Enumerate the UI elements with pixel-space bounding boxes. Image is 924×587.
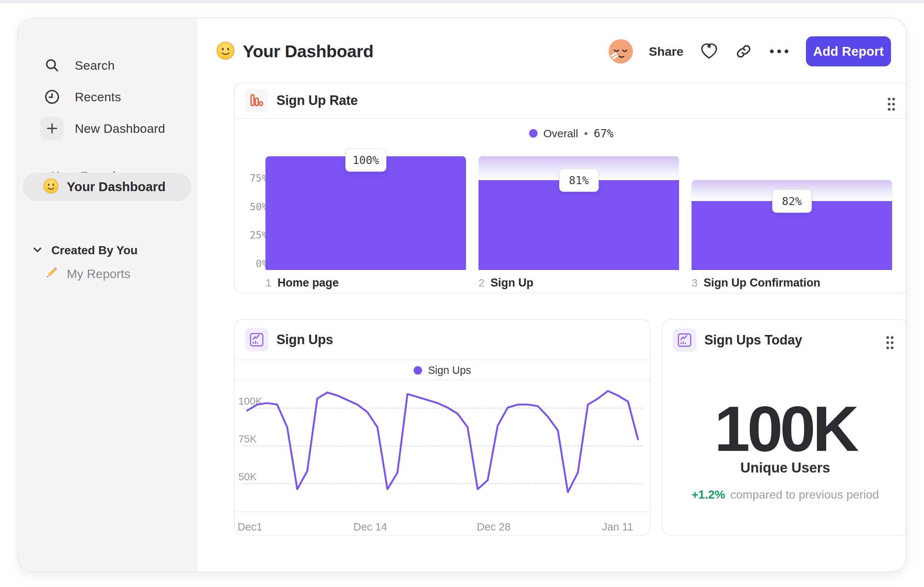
funnel-y-tick: 0% (238, 258, 268, 269)
legend-label: Sign Ups (428, 364, 471, 376)
window-top-strip (0, 0, 924, 3)
step-number: 2 (478, 277, 485, 289)
metric-delta-row: +1.2% compared to previous period (663, 488, 906, 501)
funnel-y-tick: 75% (238, 172, 268, 184)
funnel-step-label: 3 Sign Up Confirmation (691, 276, 820, 289)
metric-delta-note: compared to previous period (730, 488, 879, 501)
step-name: Sign Up (491, 276, 533, 289)
sidebar-item-my-reports[interactable]: My Reports (43, 265, 130, 283)
card-title: Sign Up Rate (276, 93, 358, 108)
sign-ups-today-card: Sign Ups Today 100K Unique Users +1.2% c… (662, 319, 906, 536)
pencil-icon (43, 265, 59, 283)
clock-icon (40, 85, 64, 109)
sidebar-section-title: Created By You (51, 244, 137, 257)
drag-handle-icon[interactable] (886, 96, 897, 114)
card-title: Sign Ups (276, 332, 333, 347)
legend-separator: • (584, 127, 588, 140)
more-options-icon[interactable] (769, 48, 790, 55)
sidebar-item-label: Search (75, 58, 115, 73)
bar-chart-icon (245, 89, 268, 112)
funnel-bar-sign-up-confirmation[interactable]: 82% (691, 156, 892, 270)
favorite-heart-icon[interactable] (700, 43, 719, 60)
page-title: Your Dashboard (243, 41, 374, 61)
card-header: Sign Up Rate (235, 83, 906, 119)
page-header: Your Dashboard Share (216, 33, 891, 70)
funnel-bar-sign-up[interactable]: 81% (478, 156, 679, 270)
line-chart-icon (673, 328, 696, 352)
drag-handle-icon[interactable] (884, 335, 895, 352)
legend-dot (529, 129, 538, 137)
funnel-legend: Overall • 67% (235, 127, 906, 140)
chevron-down-icon (33, 247, 42, 254)
funnel-bar-solid (266, 156, 466, 270)
step-name: Sign Up Confirmation (704, 276, 821, 289)
sidebar-section-created-by-you[interactable]: Created By You (33, 244, 137, 257)
legend-value: 67% (594, 127, 614, 140)
app-window: Search Recents New Dashboard (18, 18, 906, 572)
sidebar-item-your-dashboard[interactable]: Your Dashboard (23, 172, 191, 201)
funnel-bar-home-page[interactable]: 100% (266, 156, 466, 270)
step-number: 1 (266, 277, 272, 289)
line-legend: Sign Ups (235, 361, 650, 380)
line-chart-icon (245, 328, 268, 351)
metric-caption: Unique Users (663, 460, 906, 476)
metric-delta: +1.2% (691, 488, 725, 501)
sidebar-item-label: My Reports (67, 267, 130, 281)
avatar[interactable] (609, 39, 633, 63)
funnel-value-tooltip: 82% (772, 189, 812, 213)
x-axis-label: Dec 28 (477, 521, 511, 533)
sidebar-item-label: Your Dashboard (67, 179, 166, 194)
funnel-step-label: 2 Sign Up (478, 276, 533, 289)
search-icon (40, 54, 64, 77)
legend-dot (414, 366, 422, 375)
step-name: Home page (277, 276, 339, 289)
funnel-value-tooltip: 81% (559, 169, 599, 192)
sign-ups-line-plot[interactable] (243, 389, 642, 511)
sidebar-item-new-dashboard[interactable]: New Dashboard (40, 117, 165, 140)
funnel-bar-solid (478, 180, 679, 270)
sign-up-rate-card: Sign Up Rate Overall • 67% 75% 50% 25% 0… (234, 82, 906, 293)
share-button[interactable]: Share (649, 45, 684, 59)
sidebar-item-label: New Dashboard (75, 121, 165, 136)
funnel-value-tooltip: 100% (345, 148, 386, 172)
smiley-icon (43, 178, 59, 195)
sidebar: Search Recents New Dashboard (18, 18, 198, 572)
card-title: Sign Ups Today (705, 332, 802, 348)
card-header: Sign Ups Today (663, 320, 906, 360)
page-title-wrap: Your Dashboard (216, 41, 374, 61)
funnel-step-label: 1 Home page (266, 276, 339, 289)
sign-ups-card: Sign Ups Sign Ups 100K75K50K Dec1Dec 14D… (234, 319, 651, 536)
metric-value: 100K (663, 392, 906, 466)
header-actions: Share Add Report (609, 33, 891, 70)
x-axis-label: Dec 14 (353, 521, 387, 533)
plus-icon (40, 117, 64, 140)
legend-label: Overall (543, 127, 578, 140)
x-axis-label: Jan 11 (602, 521, 633, 533)
main-content: Your Dashboard Share (198, 18, 906, 572)
smiley-icon (216, 41, 235, 61)
funnel-y-tick: 25% (238, 229, 268, 241)
card-header: Sign Ups (235, 320, 650, 360)
copy-link-icon[interactable] (735, 43, 752, 60)
add-report-button[interactable]: Add Report (806, 36, 891, 66)
sidebar-item-search[interactable]: Search (40, 54, 115, 77)
step-number: 3 (691, 277, 698, 289)
sidebar-item-recents[interactable]: Recents (40, 85, 121, 109)
line-x-axis: Dec1Dec 14Dec 28Jan 11 (235, 511, 650, 536)
x-axis-label: Dec1 (238, 521, 262, 533)
funnel-y-tick: 50% (238, 201, 268, 212)
sidebar-item-label: Recents (75, 90, 121, 104)
